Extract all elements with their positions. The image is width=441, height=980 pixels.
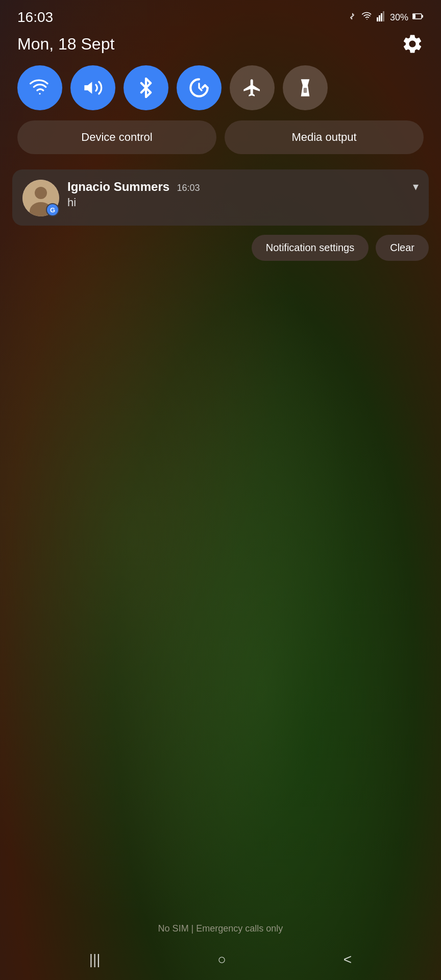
clear-button[interactable]: Clear <box>376 235 429 261</box>
battery-percent: 30% <box>390 12 408 23</box>
svg-rect-2 <box>381 13 382 21</box>
notification-time: 16:03 <box>177 183 200 193</box>
svg-rect-6 <box>422 15 423 18</box>
media-output-button[interactable]: Media output <box>225 120 424 154</box>
notification-expand-icon[interactable]: ▾ <box>413 180 419 193</box>
flashlight-toggle[interactable] <box>283 65 328 110</box>
avatar-badge: G <box>46 203 59 216</box>
recents-nav-icon[interactable]: ||| <box>89 951 101 968</box>
quick-toggles <box>12 65 429 120</box>
control-buttons: Device control Media output <box>12 120 429 169</box>
status-icons: 30% <box>347 11 424 24</box>
notification-sender: Ignacio Summers <box>67 180 169 193</box>
avatar-container: G <box>22 180 59 216</box>
svg-rect-5 <box>413 14 415 18</box>
sound-toggle[interactable] <box>70 65 115 110</box>
wifi-toggle[interactable] <box>17 65 62 110</box>
bluetooth-toggle[interactable] <box>124 65 168 110</box>
device-control-button[interactable]: Device control <box>17 120 216 154</box>
signal-icon <box>377 11 386 24</box>
notification-content: Ignacio Summers 16:03 ▾ hi <box>67 180 419 209</box>
airplane-toggle[interactable] <box>230 65 275 110</box>
nav-bar: ||| ○ < <box>0 939 441 980</box>
notification-top-row: Ignacio Summers 16:03 ▾ <box>67 180 419 194</box>
bluetooth-status-icon <box>347 11 357 24</box>
svg-rect-7 <box>304 88 307 93</box>
svg-rect-3 <box>383 11 384 21</box>
svg-rect-1 <box>379 15 380 21</box>
autorotate-toggle[interactable] <box>177 65 222 110</box>
home-nav-icon[interactable]: ○ <box>217 951 226 968</box>
svg-point-9 <box>35 187 47 199</box>
wifi-status-icon <box>361 11 373 24</box>
settings-icon[interactable] <box>401 33 424 55</box>
notification-card[interactable]: G Ignacio Summers 16:03 ▾ hi <box>12 169 429 226</box>
back-nav-icon[interactable]: < <box>344 951 352 968</box>
battery-icon <box>412 13 424 22</box>
status-time: 16:03 <box>17 9 53 26</box>
notification-settings-button[interactable]: Notification settings <box>252 235 369 261</box>
status-bar: 16:03 <box>12 0 429 30</box>
date-row: Mon, 18 Sept <box>12 30 429 65</box>
no-sim-text: No SIM | Emergency calls only <box>0 923 441 934</box>
notification-header: G Ignacio Summers 16:03 ▾ hi <box>22 180 419 216</box>
svg-rect-0 <box>377 17 378 21</box>
notification-actions: Notification settings Clear <box>12 235 429 261</box>
date-display: Mon, 18 Sept <box>17 35 114 54</box>
notification-message: hi <box>67 196 419 209</box>
